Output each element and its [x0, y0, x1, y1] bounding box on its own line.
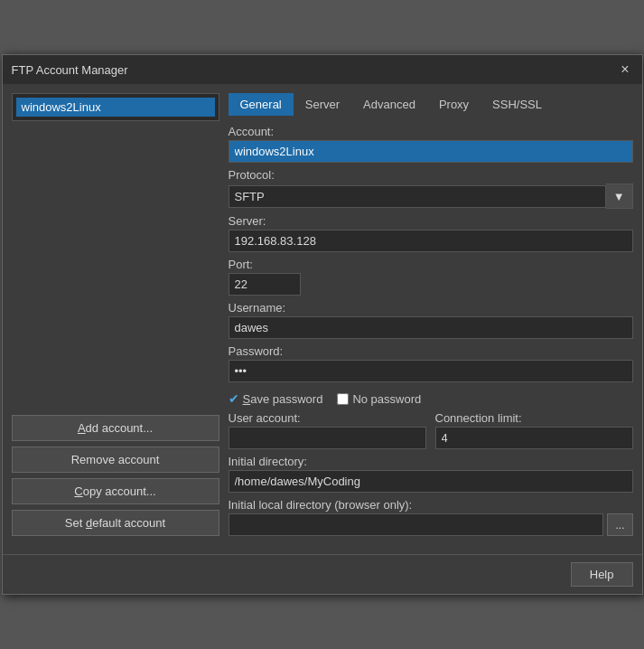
initial-local-dir-field-group: Initial local directory (browser only): … — [229, 498, 633, 536]
save-password-checkbox-group: ✔ Save password — [229, 391, 323, 406]
username-label: Username: — [229, 301, 633, 315]
password-input[interactable] — [229, 360, 633, 382]
no-password-label: No password — [352, 392, 421, 406]
account-label: Account: — [229, 125, 633, 138]
tab-advanced[interactable]: Advanced — [351, 93, 427, 116]
protocol-label: Protocol: — [229, 168, 633, 182]
set-default-account-label: Set default account — [65, 516, 165, 530]
initial-dir-label: Initial directory: — [229, 455, 633, 468]
add-account-label: AAdd account...dd account... — [78, 421, 153, 435]
help-button[interactable]: Help — [571, 562, 633, 587]
tab-general[interactable]: General — [229, 93, 294, 116]
connection-limit-field-group: Connection limit: — [435, 411, 633, 449]
browse-row: ... — [229, 513, 633, 536]
port-field-group: Port: — [229, 258, 633, 296]
no-password-checkbox-group: No password — [337, 392, 421, 406]
server-label: Server: — [229, 214, 633, 228]
server-input[interactable] — [229, 230, 633, 252]
save-password-checkmark: ✔ — [229, 391, 239, 406]
tab-sshssl[interactable]: SSH/SSL — [481, 93, 554, 116]
tab-server[interactable]: Server — [294, 93, 351, 116]
user-connection-row: User account: Connection limit: — [229, 411, 633, 449]
bottom-bar: Help — [3, 554, 642, 594]
copy-account-button[interactable]: Copy account... — [12, 478, 219, 504]
username-input[interactable] — [229, 316, 633, 339]
dialog-title: FTP Account Manager — [12, 63, 128, 77]
browse-button[interactable]: ... — [607, 513, 632, 536]
connection-limit-label: Connection limit: — [435, 411, 633, 425]
user-account-input[interactable] — [229, 427, 426, 449]
titlebar: FTP Account Manager × — [3, 55, 642, 84]
save-password-label: Save password — [243, 392, 323, 406]
left-panel: windows2Linux AAdd account...dd account.… — [12, 93, 219, 536]
remove-account-button[interactable]: Remove account — [12, 447, 219, 473]
server-field-group: Server: — [229, 214, 633, 252]
account-field-group: Account: — [229, 125, 633, 163]
set-default-account-button[interactable]: Set default account — [12, 510, 219, 536]
password-label: Password: — [229, 344, 633, 358]
username-field-group: Username: — [229, 301, 633, 339]
initial-local-dir-input[interactable] — [229, 513, 604, 536]
ftp-account-manager-dialog: FTP Account Manager × windows2Linux AAdd… — [2, 54, 643, 595]
connection-limit-input[interactable] — [435, 427, 633, 449]
remove-account-label: Remove account — [71, 453, 160, 466]
main-content: windows2Linux AAdd account...dd account.… — [3, 84, 642, 545]
account-list-item[interactable]: windows2Linux — [16, 98, 215, 117]
left-buttons: AAdd account...dd account... Remove acco… — [12, 415, 219, 536]
password-field-group: Password: — [229, 344, 633, 382]
port-label: Port: — [229, 258, 633, 271]
account-list[interactable]: windows2Linux — [12, 93, 219, 121]
close-button[interactable]: × — [617, 61, 632, 79]
initial-dir-field-group: Initial directory: — [229, 455, 633, 493]
protocol-dropdown-arrow[interactable]: ▼ — [606, 183, 633, 209]
checkbox-row: ✔ Save password No password — [229, 391, 633, 406]
right-panel: General Server Advanced Proxy SSH/SSL — [229, 93, 633, 536]
protocol-select[interactable]: SFTP FTP FTPS SCP — [229, 185, 606, 208]
protocol-field-group: Protocol: SFTP FTP FTPS SCP ▼ — [229, 168, 633, 209]
tab-proxy[interactable]: Proxy — [427, 93, 481, 116]
protocol-row: SFTP FTP FTPS SCP ▼ — [229, 183, 633, 209]
general-form: Account: Protocol: SFTP FTP FTPS SCP ▼ — [229, 125, 633, 536]
add-account-button[interactable]: AAdd account...dd account... — [12, 415, 219, 441]
port-input[interactable] — [229, 273, 301, 296]
user-account-field-group: User account: — [229, 411, 426, 449]
initial-dir-input[interactable] — [229, 470, 633, 493]
copy-account-label: Copy account... — [74, 484, 155, 498]
account-input[interactable] — [229, 140, 633, 163]
initial-local-dir-label: Initial local directory (browser only): — [229, 498, 633, 512]
no-password-checkbox[interactable] — [337, 393, 349, 405]
user-account-label: User account: — [229, 411, 426, 425]
tabs: General Server Advanced Proxy SSH/SSL — [229, 93, 633, 116]
